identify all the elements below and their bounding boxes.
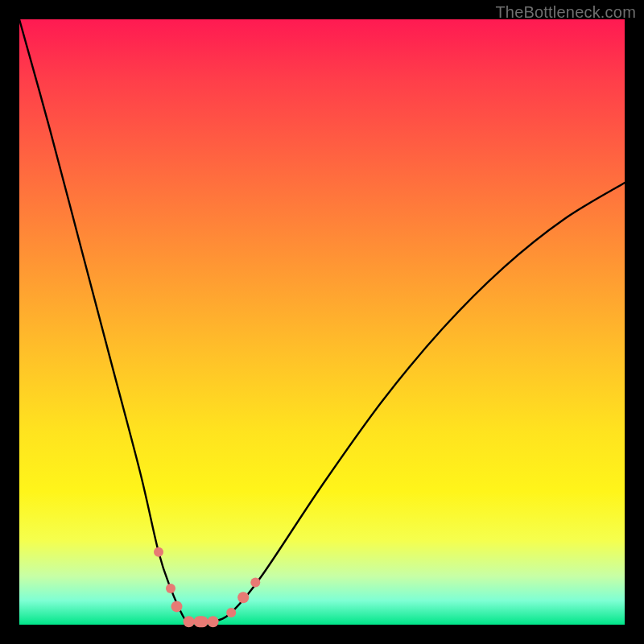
curve-marker	[250, 577, 260, 587]
curve-markers	[154, 547, 260, 627]
curve-group	[19, 19, 625, 622]
curve-marker	[194, 616, 208, 627]
curve-marker	[171, 601, 183, 612]
curve-marker	[184, 616, 195, 627]
chart-svg	[0, 0, 644, 644]
curve-marker	[154, 547, 163, 557]
curve-marker	[208, 616, 219, 627]
curve-marker	[166, 584, 175, 593]
curve-marker	[237, 592, 249, 603]
bottleneck-curve	[19, 19, 625, 622]
curve-marker	[226, 608, 236, 617]
